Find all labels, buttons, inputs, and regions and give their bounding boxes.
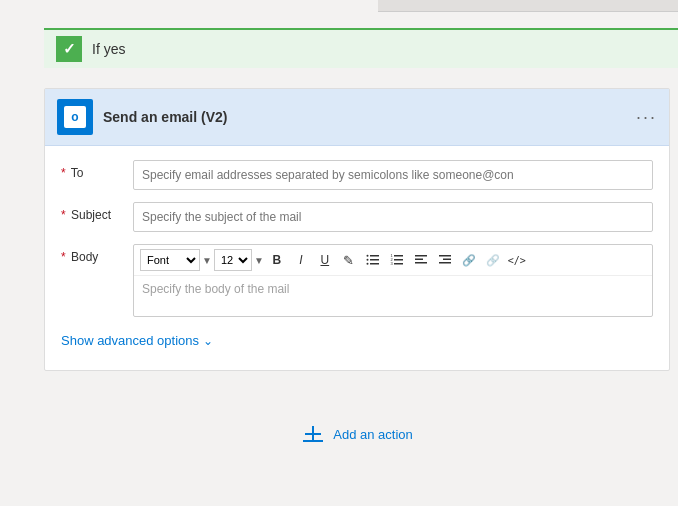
add-action-button[interactable]: Add an action <box>301 422 413 446</box>
font-select[interactable]: Font <box>140 249 200 271</box>
svg-rect-1 <box>370 259 379 261</box>
card-header: o Send an email (V2) ··· <box>45 89 669 146</box>
svg-rect-6 <box>394 255 403 257</box>
editor-toolbar: Font ▼ 12 ▼ B I U ✎ <box>134 245 652 276</box>
top-bar <box>378 0 678 12</box>
svg-point-5 <box>366 263 368 265</box>
card-more-menu[interactable]: ··· <box>636 108 657 126</box>
unlink-button[interactable]: 🔗 <box>482 249 504 271</box>
subject-label: * Subject <box>61 202 133 222</box>
svg-rect-17 <box>439 262 451 264</box>
to-label: * To <box>61 160 133 180</box>
body-field-row: * Body Font ▼ 12 ▼ B I <box>61 244 653 317</box>
to-required-star: * <box>61 166 66 180</box>
card-title: Send an email (V2) <box>103 109 636 125</box>
ordered-list-button[interactable]: 1 2 3 <box>386 249 408 271</box>
svg-rect-15 <box>439 255 451 257</box>
svg-rect-20 <box>303 440 323 442</box>
svg-point-4 <box>366 259 368 261</box>
if-yes-check-icon: ✓ <box>56 36 82 62</box>
body-required-star: * <box>61 250 66 264</box>
svg-rect-0 <box>370 255 379 257</box>
underline-button[interactable]: U <box>314 249 336 271</box>
if-yes-label: If yes <box>92 41 125 57</box>
subject-field-row: * Subject <box>61 202 653 232</box>
svg-rect-2 <box>370 263 379 265</box>
outlook-letter: o <box>71 110 78 124</box>
font-size-chevron-icon: ▼ <box>254 255 264 266</box>
subject-input[interactable] <box>133 202 653 232</box>
code-button[interactable]: </> <box>506 249 528 271</box>
body-content[interactable]: Specify the body of the mail <box>134 276 652 316</box>
svg-rect-19 <box>312 426 314 442</box>
add-action-container: Add an action <box>44 406 670 462</box>
advanced-options-label: Show advanced options <box>61 333 199 348</box>
italic-button[interactable]: I <box>290 249 312 271</box>
svg-rect-12 <box>415 255 427 257</box>
svg-point-3 <box>366 255 368 257</box>
font-size-select[interactable]: 12 <box>214 249 252 271</box>
svg-rect-8 <box>394 263 403 265</box>
if-yes-header: ✓ If yes <box>44 28 678 68</box>
body-editor: Font ▼ 12 ▼ B I U ✎ <box>133 244 653 317</box>
highlight-button[interactable]: ✎ <box>338 249 360 271</box>
svg-rect-14 <box>415 262 427 264</box>
svg-rect-13 <box>415 259 423 261</box>
svg-rect-7 <box>394 259 403 261</box>
send-email-card: o Send an email (V2) ··· * To * Subject <box>44 88 670 371</box>
add-action-icon <box>301 422 325 446</box>
to-input[interactable] <box>133 160 653 190</box>
subject-required-star: * <box>61 208 66 222</box>
svg-text:3: 3 <box>390 261 393 266</box>
link-button[interactable]: 🔗 <box>458 249 480 271</box>
chevron-down-icon: ▼ <box>202 255 212 266</box>
body-label: * Body <box>61 244 133 264</box>
align-right-button[interactable] <box>434 249 456 271</box>
unordered-list-button[interactable] <box>362 249 384 271</box>
align-left-button[interactable] <box>410 249 432 271</box>
bold-button[interactable]: B <box>266 249 288 271</box>
card-body: * To * Subject * Body <box>45 146 669 370</box>
to-field-row: * To <box>61 160 653 190</box>
chevron-down-icon: ⌄ <box>203 334 213 348</box>
add-action-label: Add an action <box>333 427 413 442</box>
main-container: ✓ If yes o Send an email (V2) ··· * To <box>0 0 678 506</box>
svg-rect-16 <box>443 259 451 261</box>
show-advanced-options[interactable]: Show advanced options ⌄ <box>61 329 653 352</box>
outlook-icon: o <box>57 99 93 135</box>
